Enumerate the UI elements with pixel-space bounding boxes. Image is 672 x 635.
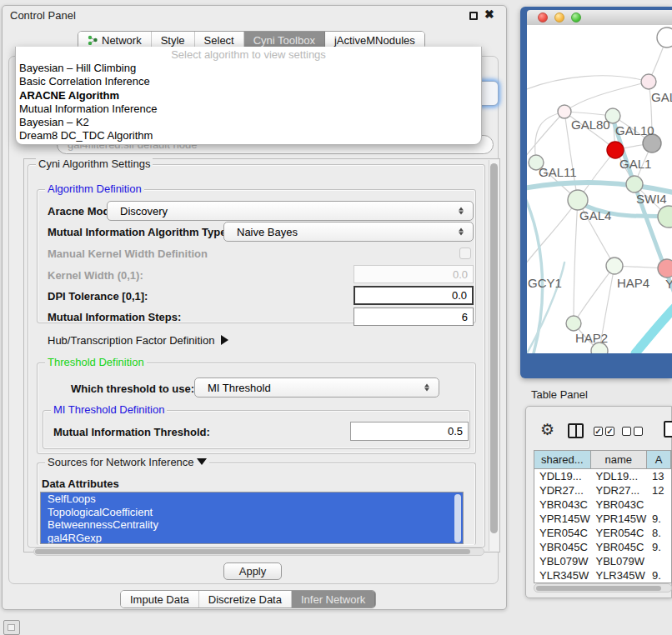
network-node[interactable]: [558, 105, 571, 118]
table-row[interactable]: YBR043CYBR043C: [534, 498, 671, 512]
table-panel-title: Table Panel: [531, 388, 588, 401]
node-table: shared...nameA YDL19...YDL19...13YDR27..…: [534, 450, 672, 583]
table-hscroll-thumb[interactable]: [536, 586, 661, 591]
attribute-item[interactable]: TopologicalCoefficient: [41, 506, 463, 519]
node-label: SWI4: [636, 192, 667, 206]
attribute-item[interactable]: SelfLoops: [41, 492, 463, 506]
manual-kernel-label: Manual Kernel Width Definition: [48, 248, 208, 260]
minimized-panel-icon[interactable]: [3, 620, 20, 635]
data-attributes-list[interactable]: SelfLoopsTopologicalCoefficientBetweenne…: [40, 492, 464, 544]
attribute-item[interactable]: gal4RGexp: [41, 532, 463, 544]
algorithm-option[interactable]: Bayesian – K2: [16, 116, 481, 129]
network-node[interactable]: [606, 258, 623, 274]
screen: Control Panel ✖ NetworkStyleSelectCyni T…: [0, 0, 672, 635]
table-row[interactable]: YBR045CYBR045C9.: [534, 540, 671, 554]
tab-cyni-toolbox[interactable]: Cyni Toolbox: [244, 32, 325, 48]
select-all-checkbox-icon-2[interactable]: ✓: [605, 427, 614, 436]
network-node[interactable]: [626, 176, 643, 192]
table-cell: YLR345W: [590, 568, 646, 582]
apply-button[interactable]: Apply: [223, 562, 282, 580]
tab-style[interactable]: Style: [152, 32, 195, 48]
deselect-all-checkbox-icon-2[interactable]: [634, 427, 643, 436]
algorithm-option[interactable]: Dream8 DC_TDC Algorithm: [16, 129, 481, 142]
select-all-checkbox-icon[interactable]: ✓: [594, 427, 603, 436]
tab-label: Style: [161, 34, 185, 47]
network-node[interactable]: [607, 142, 624, 158]
gear-icon[interactable]: ⚙: [540, 422, 554, 438]
table-row[interactable]: YDL19...YDL19...13: [534, 469, 671, 483]
kernel-width-field[interactable]: 0.0: [354, 265, 474, 283]
table-cell: YBL079W: [590, 554, 646, 568]
table-row[interactable]: YPR145WYPR145W9.: [534, 512, 671, 526]
table-row[interactable]: YDR27...YDR27...12: [534, 483, 671, 498]
aracne-mode-combo[interactable]: Discovery: [107, 201, 474, 221]
table-row[interactable]: YER054CYER054C8.: [534, 526, 671, 540]
attributes-horizontal-scrollbar[interactable]: [33, 548, 484, 556]
aracne-mode-value: Discovery: [120, 205, 168, 218]
mi-steps-label: Mutual Information Steps:: [48, 311, 181, 323]
mi-steps-field[interactable]: 6: [354, 308, 474, 326]
mi-type-combo[interactable]: Naive Bayes: [223, 222, 474, 242]
algorithm-option[interactable]: Bayesian – Hill Climbing: [16, 62, 481, 75]
tab-network[interactable]: Network: [78, 32, 152, 48]
mi-type-value: Naive Bayes: [237, 226, 298, 238]
new-table-icon[interactable]: [664, 421, 672, 438]
algorithm-option[interactable]: ARACNE Algorithm: [16, 89, 481, 102]
table-cell: YER054C: [590, 526, 646, 540]
network-edge: [564, 82, 649, 112]
mi-threshold-label: Mutual Information Threshold:: [53, 426, 210, 438]
network-node[interactable]: [658, 259, 672, 278]
network-window-titlebar[interactable]: [527, 10, 672, 25]
deselect-all-checkbox-icon[interactable]: [622, 427, 631, 436]
zoom-traffic-light-icon[interactable]: [571, 12, 581, 22]
tab-infer-network[interactable]: Infer Network: [292, 591, 375, 608]
hub-section-toggle[interactable]: Hub/Transcription Factor Definition: [48, 334, 228, 347]
table-cell: [647, 554, 671, 568]
tab-impute-data[interactable]: Impute Data: [121, 591, 199, 608]
network-node[interactable]: [566, 316, 581, 331]
settings-vertical-scrollbar-thumb[interactable]: [490, 163, 498, 533]
table-cell: 9.: [647, 540, 671, 554]
node-label: HAP4: [617, 276, 649, 290]
which-threshold-combo[interactable]: MI Threshold: [194, 378, 439, 398]
algorithm-option[interactable]: Mutual Information Inference: [16, 102, 481, 116]
close-traffic-light-icon[interactable]: [538, 12, 548, 22]
attributes-hscroll-thumb[interactable]: [35, 549, 470, 554]
show-columns-icon[interactable]: [568, 423, 584, 438]
column-header[interactable]: A: [647, 451, 671, 468]
column-header[interactable]: shared...: [534, 451, 591, 468]
tab-jactivemnodules[interactable]: jActiveMNodules: [325, 32, 424, 48]
manual-kernel-checkbox[interactable]: [459, 248, 471, 259]
table-cell: YDR27...: [590, 483, 646, 498]
threshold-definition-title: Threshold Definition: [45, 357, 147, 368]
minimize-traffic-light-icon[interactable]: [554, 12, 564, 22]
attribute-list-scrollbar[interactable]: [454, 494, 461, 542]
float-window-icon[interactable]: [469, 12, 478, 20]
spinner-arrows-icon: [424, 384, 429, 392]
network-canvas[interactable]: GALGAL80GAL10GAL1GAL11SWI4GAL4GCY1HAP4YH…: [527, 25, 672, 353]
close-icon[interactable]: ✖: [484, 8, 494, 21]
attribute-item[interactable]: BetweennessCentrality: [41, 518, 463, 532]
tab-select[interactable]: Select: [195, 32, 244, 48]
tab-discretize-data[interactable]: Discretize Data: [199, 591, 292, 608]
table-horizontal-scrollbar[interactable]: [534, 583, 672, 592]
which-threshold-value: MI Threshold: [208, 382, 271, 394]
tab-label: Cyni Toolbox: [253, 34, 315, 47]
mi-threshold-field[interactable]: 0.5: [350, 422, 469, 441]
table-row[interactable]: YLR345WYLR345W9.: [534, 568, 671, 582]
table-row[interactable]: YBL079WYBL079W: [534, 554, 671, 568]
kernel-width-label: Kernel Width (0,1):: [48, 269, 143, 282]
tab-label: Impute Data: [130, 593, 189, 606]
node-label: GAL11: [539, 165, 577, 179]
sources-group-title[interactable]: Sources for Network Inference: [45, 457, 209, 468]
algorithm-option[interactable]: Basic Correlation Inference: [16, 75, 481, 88]
column-header[interactable]: name: [591, 451, 648, 468]
table-cell: 9.: [647, 512, 671, 526]
network-node[interactable]: [641, 74, 656, 89]
network-node[interactable]: [568, 190, 588, 210]
table-cell: 9.: [647, 568, 671, 582]
dpi-tolerance-field[interactable]: 0.0: [354, 286, 474, 305]
network-edge: [527, 76, 649, 92]
network-node[interactable]: [657, 28, 672, 48]
hub-section-label: Hub/Transcription Factor Definition: [48, 334, 214, 347]
